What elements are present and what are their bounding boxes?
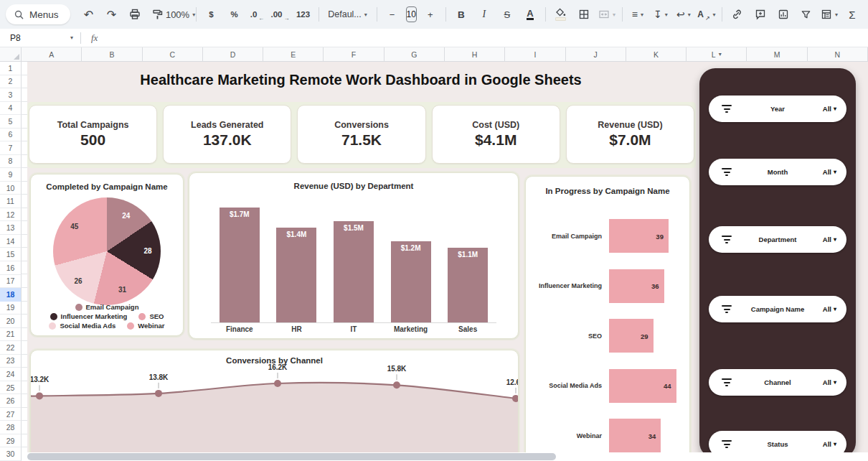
revenue-bar[interactable]: $1.2M <box>391 241 431 322</box>
row-header-30[interactable]: 30 <box>0 447 22 461</box>
scrollbar-thumb[interactable] <box>27 453 556 460</box>
decrease-font-size-button[interactable]: − <box>381 5 404 24</box>
text-wrap-button[interactable]: ↩▾ <box>672 5 695 24</box>
insert-comment-button[interactable] <box>749 5 772 24</box>
font-select[interactable]: Defaul...▾ <box>323 5 373 24</box>
area-data-point[interactable] <box>393 381 400 388</box>
revenue-bar[interactable]: $1.7M <box>220 208 260 322</box>
area-data-point[interactable] <box>36 392 43 399</box>
row-header-7[interactable]: 7 <box>0 141 22 155</box>
filter-slicer-month[interactable]: Month All▾ <box>709 159 846 185</box>
strikethrough-button[interactable]: S <box>496 5 519 24</box>
row-header-17[interactable]: 17 <box>0 275 22 289</box>
column-header-c[interactable]: C <box>143 47 203 62</box>
row-header-15[interactable]: 15 <box>0 248 22 261</box>
row-header-23[interactable]: 23 <box>0 355 22 368</box>
filter-value[interactable]: All▾ <box>823 168 836 176</box>
filter-slicer-campaign-name[interactable]: Campaign Name All▾ <box>709 296 846 322</box>
filter-views-button[interactable]: ▾ <box>818 5 841 24</box>
print-button[interactable] <box>123 5 146 24</box>
revenue-bar-chart-card[interactable]: Revenue (USD) by Department $1.7M$1.4M$1… <box>189 172 519 339</box>
column-header-d[interactable]: D <box>203 47 263 62</box>
redo-button[interactable]: ↷ <box>100 5 123 24</box>
select-all-corner[interactable] <box>0 47 22 62</box>
row-header-4[interactable]: 4 <box>0 102 22 116</box>
column-header-b[interactable]: B <box>82 47 142 62</box>
column-header-j[interactable]: J <box>566 47 626 62</box>
fill-color-button[interactable] <box>549 5 572 24</box>
row-header-27[interactable]: 27 <box>0 408 22 422</box>
row-header-21[interactable]: 21 <box>0 328 22 342</box>
column-header-l[interactable]: L▾ <box>687 47 747 62</box>
row-header-10[interactable]: 10 <box>0 182 22 195</box>
row-header-11[interactable]: 11 <box>0 195 22 208</box>
vertical-align-button[interactable]: ↧▾ <box>649 5 672 24</box>
text-rotation-button[interactable]: A↗▾ <box>695 5 718 24</box>
row-header-5[interactable]: 5 <box>0 115 22 129</box>
row-header-6[interactable]: 6 <box>0 129 22 142</box>
row-header-12[interactable]: 12 <box>0 208 22 222</box>
column-header-f[interactable]: F <box>324 47 384 62</box>
revenue-bar[interactable]: $1.5M <box>334 221 374 322</box>
merge-cells-button[interactable]: ▾ <box>595 5 618 24</box>
text-color-button[interactable]: A <box>519 5 542 24</box>
column-header-i[interactable]: I <box>505 47 565 62</box>
inprogress-bar[interactable]: 34 <box>609 419 661 452</box>
conversions-chart-card[interactable]: Conversions by Channel 13.2K13.8K16.2K15… <box>30 350 519 461</box>
currency-format-button[interactable]: $ <box>200 5 223 24</box>
row-header-28[interactable]: 28 <box>0 421 22 434</box>
filter-slicer-department[interactable]: Department All▾ <box>709 226 846 253</box>
row-header-9[interactable]: 9 <box>0 168 22 182</box>
row-header-19[interactable]: 19 <box>0 302 22 315</box>
area-data-point[interactable] <box>274 380 281 387</box>
column-header-h[interactable]: H <box>445 47 505 62</box>
name-box[interactable]: P8 ▾ <box>0 33 80 43</box>
column-header-a[interactable]: A <box>22 47 82 62</box>
row-header-13[interactable]: 13 <box>0 221 22 235</box>
filter-slicer-year[interactable]: Year All▾ <box>709 96 846 122</box>
filter-value[interactable]: All▾ <box>823 440 836 448</box>
inprogress-bar[interactable]: 36 <box>609 269 664 303</box>
menus-button[interactable]: Menus <box>6 4 70 24</box>
increase-font-size-button[interactable]: + <box>419 5 442 24</box>
row-header-2[interactable]: 2 <box>0 75 22 89</box>
row-header-24[interactable]: 24 <box>0 368 22 381</box>
filter-value[interactable]: All▾ <box>823 378 836 386</box>
chevron-down-icon[interactable]: ▾ <box>719 51 722 57</box>
functions-button[interactable]: Σ <box>841 5 864 24</box>
create-filter-button[interactable] <box>795 5 818 24</box>
undo-button[interactable]: ↶ <box>77 5 100 24</box>
bold-button[interactable]: B <box>450 5 473 24</box>
row-header-26[interactable]: 26 <box>0 394 22 408</box>
row-header-18[interactable]: 18 <box>0 288 22 302</box>
row-header-1[interactable]: 1 <box>0 62 22 75</box>
column-header-e[interactable]: E <box>263 47 324 62</box>
insert-chart-button[interactable] <box>772 5 795 24</box>
row-header-16[interactable]: 16 <box>0 261 22 275</box>
decrease-decimal-button[interactable]: .0← <box>246 5 269 24</box>
row-header-14[interactable]: 14 <box>0 235 22 248</box>
filter-slicer-channel[interactable]: Channel All▾ <box>709 369 846 396</box>
borders-button[interactable] <box>572 5 595 24</box>
zoom-select[interactable]: 100%▾ <box>169 5 192 24</box>
font-size-input[interactable]: 10 <box>406 6 417 22</box>
filter-value[interactable]: All▾ <box>823 236 836 243</box>
row-header-8[interactable]: 8 <box>0 155 22 169</box>
column-header-g[interactable]: G <box>385 47 445 62</box>
inprogress-bar[interactable]: 29 <box>609 319 654 353</box>
inprogress-chart-card[interactable]: In Progress by Campaign Name Email Campa… <box>525 176 690 461</box>
column-header-m[interactable]: M <box>747 47 807 62</box>
row-header-29[interactable]: 29 <box>0 434 22 448</box>
horizontal-align-button[interactable]: ≡▾ <box>626 5 649 24</box>
area-data-point[interactable] <box>155 390 162 397</box>
percent-format-button[interactable]: % <box>223 5 246 24</box>
filter-value[interactable]: All▾ <box>823 105 836 113</box>
row-header-3[interactable]: 3 <box>0 88 22 102</box>
row-header-20[interactable]: 20 <box>0 315 22 328</box>
inprogress-bar[interactable]: 44 <box>609 369 676 403</box>
inprogress-bar[interactable]: 39 <box>609 219 669 253</box>
horizontal-scrollbar[interactable] <box>22 452 868 461</box>
spreadsheet-canvas[interactable]: Healthcare Marketing Remote Work Dashboa… <box>22 62 868 461</box>
increase-decimal-button[interactable]: .00→ <box>269 5 292 24</box>
revenue-bar[interactable]: $1.1M <box>448 248 488 322</box>
